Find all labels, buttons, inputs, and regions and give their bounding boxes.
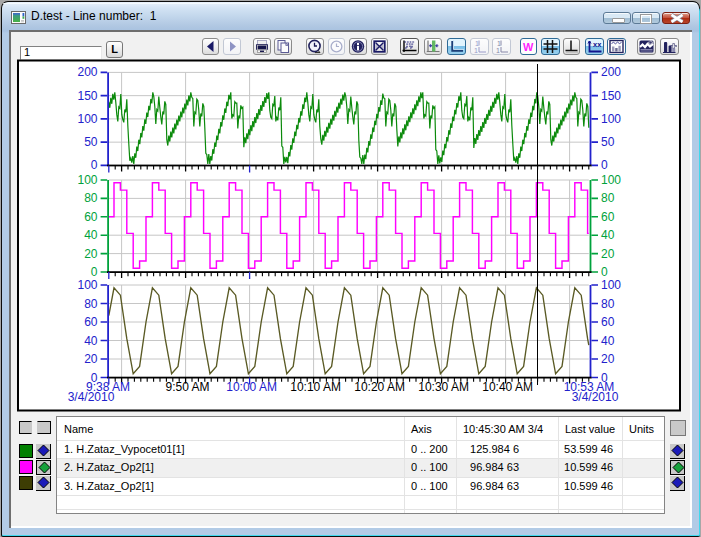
svg-text:40: 40 [601,228,615,242]
svg-text:10:40 AM: 10:40 AM [482,380,533,394]
svg-text:10:00 AM: 10:00 AM [226,380,277,394]
svg-text:60: 60 [601,210,615,224]
svg-text:60: 60 [84,315,98,329]
svg-text:60: 60 [84,210,98,224]
svg-text:50: 50 [84,135,98,149]
svg-text:150: 150 [601,89,621,103]
svg-text:9:50 AM: 9:50 AM [166,380,210,394]
svg-text:0: 0 [601,158,608,172]
svg-text:40: 40 [601,334,615,348]
svg-text:40: 40 [84,228,98,242]
svg-text:80: 80 [84,191,98,205]
svg-text:200: 200 [601,65,621,79]
svg-text:3/4/2010: 3/4/2010 [572,390,619,404]
svg-text:10:20 AM: 10:20 AM [354,380,405,394]
svg-text:50: 50 [601,135,615,149]
svg-text:20: 20 [84,247,98,261]
svg-text:10:30 AM: 10:30 AM [418,380,469,394]
svg-text:100: 100 [77,173,97,187]
svg-text:0: 0 [91,158,98,172]
svg-text:10:10 AM: 10:10 AM [290,380,341,394]
svg-text:20: 20 [84,352,98,366]
svg-text:60: 60 [601,315,615,329]
svg-text:0: 0 [91,265,98,279]
svg-text:0: 0 [601,265,608,279]
svg-text:100: 100 [601,112,621,126]
svg-text:200: 200 [77,65,97,79]
svg-text:20: 20 [601,352,615,366]
svg-text:150: 150 [77,89,97,103]
svg-text:80: 80 [601,191,615,205]
svg-text:80: 80 [84,297,98,311]
svg-text:80: 80 [601,297,615,311]
svg-text:100: 100 [601,278,621,292]
svg-text:40: 40 [84,334,98,348]
svg-text:20: 20 [601,247,615,261]
svg-text:3/4/2010: 3/4/2010 [68,390,115,404]
svg-text:100: 100 [601,173,621,187]
svg-text:100: 100 [77,278,97,292]
svg-text:100: 100 [77,112,97,126]
